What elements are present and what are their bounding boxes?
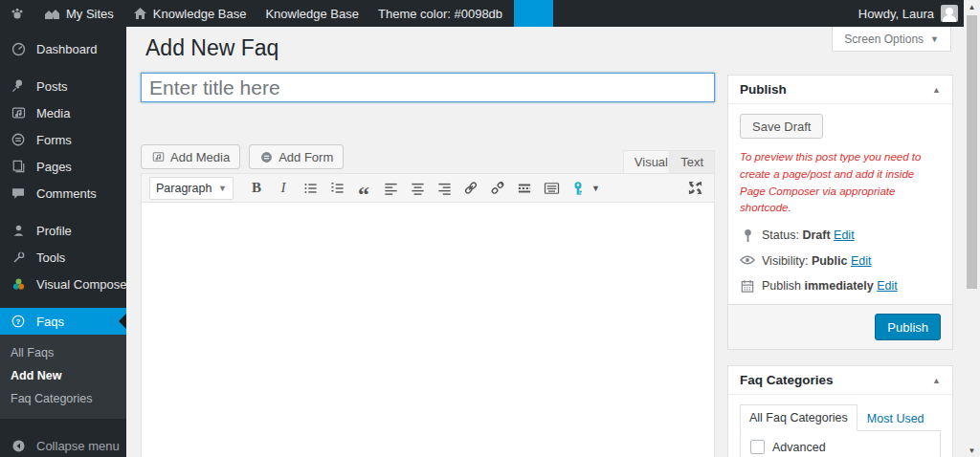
align-left-button[interactable] xyxy=(379,177,402,200)
schedule-value: immediately xyxy=(804,279,873,293)
sidebar-item-faqs[interactable]: ? Faqs xyxy=(0,308,126,335)
bullet-list-button[interactable] xyxy=(299,177,322,200)
chevron-down-icon: ▼ xyxy=(930,34,939,44)
sidebar-item-label: Faqs xyxy=(36,315,64,329)
fullscreen-button[interactable] xyxy=(683,177,706,200)
my-sites-label: My Sites xyxy=(66,7,114,21)
sidebar-item-comments[interactable]: Comments xyxy=(0,180,126,207)
visibility-value: Public xyxy=(812,254,848,268)
content-area: Screen Options ▼ Add New Faq Add Media A… xyxy=(126,27,964,457)
collapse-toggle-icon[interactable]: ▲ xyxy=(932,85,941,95)
category-list: Advanced Content Forms xyxy=(740,430,941,457)
category-label: Advanced xyxy=(772,441,826,454)
faq-categories-title: Faq Categories xyxy=(740,373,834,387)
preview-notice: To preview this post type you need to cr… xyxy=(740,149,941,217)
admin-bar-page-link[interactable]: Knowledge Base xyxy=(256,0,368,27)
dashboard-icon xyxy=(9,41,28,57)
sidebar-item-profile[interactable]: Profile xyxy=(0,217,126,244)
sidebar-item-posts[interactable]: Posts xyxy=(0,73,126,99)
screen-options-button[interactable]: Screen Options ▼ xyxy=(832,27,951,52)
calendar-icon xyxy=(740,279,755,293)
editor-body[interactable] xyxy=(142,203,714,457)
site-logo-icon xyxy=(10,6,25,21)
faq-categories-header[interactable]: Faq Categories ▲ xyxy=(728,366,952,395)
edit-schedule-link[interactable]: Edit xyxy=(877,279,898,293)
publish-button[interactable]: Publish xyxy=(875,314,941,340)
blockquote-button[interactable]: “ xyxy=(352,177,375,200)
paragraph-format-value: Paragraph xyxy=(156,182,212,195)
save-draft-button[interactable]: Save Draft xyxy=(740,114,823,139)
editor-mode-tabs: Visual Text xyxy=(141,150,715,173)
publish-box-title: Publish xyxy=(740,82,787,97)
unlink-button[interactable] xyxy=(486,177,509,200)
screen-options-label: Screen Options xyxy=(844,33,924,46)
media-icon xyxy=(9,105,28,120)
post-title-input[interactable] xyxy=(141,73,715,102)
question-icon: ? xyxy=(9,314,28,329)
read-more-button[interactable] xyxy=(513,177,536,200)
theme-color-swatch xyxy=(514,0,553,27)
link-button[interactable] xyxy=(459,177,482,200)
key-shortcode-button[interactable] xyxy=(567,177,590,200)
publish-box-header[interactable]: Publish ▲ xyxy=(728,76,952,104)
my-sites-icon xyxy=(44,7,60,21)
collapse-toggle-icon[interactable]: ▲ xyxy=(932,376,941,385)
pushpin-icon xyxy=(9,78,28,94)
current-menu-arrow xyxy=(119,314,126,329)
status-row: Status: Draft Edit xyxy=(740,228,941,243)
right-sidebar: Publish ▲ Save Draft To preview this pos… xyxy=(727,75,953,457)
category-item-advanced[interactable]: Advanced xyxy=(750,440,940,454)
collapse-menu-button[interactable]: Collapse menu xyxy=(0,432,126,457)
faqs-submenu: All Faqs Add New Faq Categories xyxy=(0,335,126,419)
sidebar-item-label: Posts xyxy=(36,79,68,94)
numbered-list-button[interactable] xyxy=(325,177,348,200)
sidebar-item-visual-composer[interactable]: Visual Composer xyxy=(0,271,126,297)
page-title: Add New Faq xyxy=(145,35,278,61)
sidebar-item-media[interactable]: Media xyxy=(0,99,126,126)
sidebar-item-label: Pages xyxy=(36,160,72,174)
italic-button[interactable]: I xyxy=(272,177,295,200)
admin-bar-my-sites[interactable]: My Sites xyxy=(34,0,123,27)
status-value: Draft xyxy=(802,228,830,242)
submenu-item-faq-categories[interactable]: Faq Categories xyxy=(0,387,126,410)
scrollbar-thumb[interactable] xyxy=(967,15,977,289)
sidebar-item-label: Comments xyxy=(36,186,97,201)
tab-most-used[interactable]: Most Used xyxy=(858,406,934,431)
scrollbar[interactable]: ▲ ▼ xyxy=(964,0,980,457)
edit-status-link[interactable]: Edit xyxy=(834,228,855,242)
edit-visibility-link[interactable]: Edit xyxy=(851,254,872,268)
scroll-up-icon[interactable]: ▲ xyxy=(964,0,980,13)
admin-bar-theme-color: Theme color: #0098db xyxy=(368,0,512,27)
chevron-down-icon: ▼ xyxy=(218,184,227,193)
collapse-menu-label: Collapse menu xyxy=(36,439,120,453)
bold-button[interactable]: B xyxy=(245,177,268,200)
forms-icon xyxy=(9,132,28,147)
site-logo-button[interactable] xyxy=(0,0,34,27)
align-center-button[interactable] xyxy=(406,177,429,200)
sidebar-item-label: Tools xyxy=(36,250,65,265)
category-tabs: All Faq Categories Most Used xyxy=(740,404,941,431)
chevron-down-icon[interactable]: ▼ xyxy=(591,184,600,193)
admin-menu: Dashboard Posts Media Forms xyxy=(0,27,126,457)
svg-text:?: ? xyxy=(16,317,21,326)
submenu-item-all-faqs[interactable]: All Faqs xyxy=(0,341,126,364)
sidebar-item-pages[interactable]: Pages xyxy=(0,153,126,180)
scroll-down-icon[interactable]: ▼ xyxy=(964,444,980,457)
admin-bar: My Sites Knowledge Base Knowledge Base T… xyxy=(0,0,964,27)
toolbar-toggle-button[interactable] xyxy=(540,177,563,200)
admin-bar-account[interactable]: Howdy, Laura xyxy=(858,0,964,27)
tab-all-categories[interactable]: All Faq Categories xyxy=(740,404,858,431)
sidebar-item-dashboard[interactable]: Dashboard xyxy=(0,35,126,62)
sidebar-item-tools[interactable]: Tools xyxy=(0,244,126,271)
paragraph-format-select[interactable]: Paragraph ▼ xyxy=(149,177,234,200)
align-right-button[interactable] xyxy=(433,177,456,200)
admin-bar-site-name[interactable]: Knowledge Base xyxy=(123,0,256,27)
page-link-label: Knowledge Base xyxy=(265,7,359,21)
sidebar-item-forms[interactable]: Forms xyxy=(0,126,126,153)
submenu-item-add-new[interactable]: Add New xyxy=(0,364,126,387)
avatar xyxy=(941,5,958,22)
sidebar-item-label: Profile xyxy=(36,224,72,238)
editor-toolbar: Paragraph ▼ B I “ xyxy=(142,174,714,203)
tab-text[interactable]: Text xyxy=(669,150,715,173)
checkbox-icon[interactable] xyxy=(750,440,765,454)
